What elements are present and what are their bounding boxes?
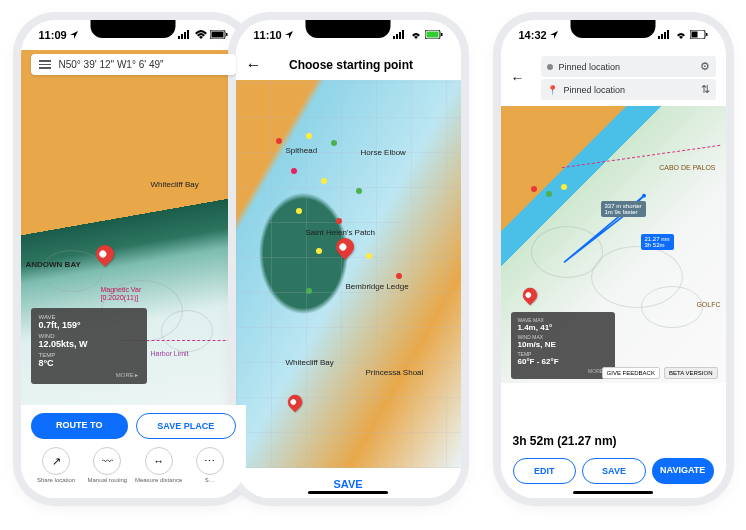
route-badge-alt: 337 m shorter 1m 9s faster [601, 201, 646, 217]
map-label-magnetic-val: [0.2020(11)] [101, 294, 139, 301]
svg-rect-9 [399, 32, 401, 39]
svg-point-21 [642, 194, 646, 198]
header: ← Choose starting point [236, 50, 461, 80]
wave-value: 0.7ft, 159° [39, 320, 139, 330]
end-location-field[interactable]: 📍 Pinned location ⇅ [541, 79, 716, 100]
map-label-golfc: GOLFC [696, 301, 720, 308]
svg-rect-6 [226, 33, 228, 36]
more-link[interactable]: MORE ▸ [518, 368, 608, 374]
save-button[interactable]: SAVE [582, 458, 646, 484]
svg-rect-8 [396, 34, 398, 39]
search-bar[interactable]: N50° 39' 12" W1° 6' 49" [31, 54, 236, 75]
edit-button[interactable]: EDIT [513, 458, 577, 484]
menu-icon[interactable] [39, 60, 51, 69]
screen: ← Choose starting point Spithead Horse E… [236, 50, 461, 498]
notch [91, 20, 176, 38]
save-place-button[interactable]: SAVE PLACE [136, 413, 236, 439]
map-label-cabo: CABO DE PALOS [659, 164, 715, 171]
map-label-andown: ANDOWN BAY [26, 260, 81, 269]
battery-icon [210, 29, 228, 41]
svg-rect-13 [441, 33, 443, 36]
share-location-tool[interactable]: ↗ Share location [32, 447, 80, 484]
svg-rect-7 [393, 36, 395, 39]
signal-icon [658, 29, 672, 41]
screen: Whitecliff Bay ANDOWN BAY Magnetic Var [… [21, 50, 246, 498]
svg-rect-10 [402, 30, 404, 39]
share-icon: ↗ [42, 447, 70, 475]
wind-value: 12.05kts, W [39, 339, 139, 349]
bottom-panel: ROUTE TO SAVE PLACE ↗ Share location 〰 M… [21, 405, 246, 498]
wifi-icon [675, 29, 687, 41]
start-location-field[interactable]: Pinned location ⚙ [541, 56, 716, 77]
svg-rect-3 [187, 30, 189, 39]
weather-panel[interactable]: WAVE MAX 1.4m, 41° WIND MAX 10m/s, NE TE… [511, 312, 615, 379]
nautical-chart[interactable]: CABO DE PALOS GOLFC 337 m shorter 1m 9s … [501, 106, 726, 383]
settings-icon[interactable]: ⚙ [700, 60, 710, 73]
screen: ← Pinned location ⚙ 📍 Pinned location ⇅ [501, 50, 726, 498]
location-arrow-icon [549, 30, 559, 40]
location-arrow-icon [69, 30, 79, 40]
svg-rect-20 [706, 33, 708, 36]
map-label-magnetic: Magnetic Var [101, 286, 142, 293]
pin-icon: 📍 [547, 85, 558, 95]
map-label-harbor: Harbor Limit [151, 350, 189, 357]
home-indicator [573, 491, 653, 494]
more-link[interactable]: MORE ▸ [39, 371, 139, 378]
measure-distance-tool[interactable]: ↔ Measure distance [135, 447, 183, 484]
weather-panel[interactable]: WAVE 0.7ft, 159° WIND 12.05kts, W TEMP 8… [31, 308, 147, 384]
bottom-panel: 3h 52m (21.27 nm) EDIT SAVE NAVIGATE [501, 424, 726, 498]
status-time: 11:09 [39, 29, 67, 41]
notch [571, 20, 656, 38]
map-label-princessa: Princessa Shoal [366, 368, 424, 377]
coordinates-field[interactable]: N50° 39' 12" W1° 6' 49" [59, 59, 228, 70]
signal-icon [393, 29, 407, 41]
extra-tool[interactable]: ⋯ S… [186, 447, 234, 484]
svg-rect-17 [667, 30, 669, 39]
temp-value: 8°C [39, 358, 139, 368]
swap-icon[interactable]: ⇅ [701, 83, 710, 96]
svg-rect-5 [211, 32, 223, 38]
route-icon: 〰 [93, 447, 121, 475]
svg-rect-15 [661, 34, 663, 39]
svg-rect-12 [426, 32, 438, 38]
temp-value: 60°F - 62°F [518, 357, 608, 366]
map-label-bembridge: Bembridge Ledge [346, 282, 409, 291]
svg-rect-14 [658, 36, 660, 39]
route-summary: 3h 52m (21.27 nm) [513, 434, 714, 448]
map-label-sthelen: Saint Helen's Patch [306, 228, 376, 237]
home-indicator [308, 491, 388, 494]
svg-rect-0 [178, 36, 180, 39]
svg-rect-1 [181, 34, 183, 39]
phone-1: 11:09 Whitecliff Bay ANDOWN BAY Magnetic… [21, 20, 246, 498]
extra-icon: ⋯ [196, 447, 224, 475]
back-button[interactable]: ← [511, 70, 525, 86]
wave-value: 1.4m, 41° [518, 323, 608, 332]
start-dot-icon [547, 64, 553, 70]
wind-value: 10m/s, NE [518, 340, 608, 349]
route-header: ← Pinned location ⚙ 📍 Pinned location ⇅ [501, 50, 726, 106]
route-to-button[interactable]: ROUTE TO [31, 413, 129, 439]
manual-routing-tool[interactable]: 〰 Manual routing [83, 447, 131, 484]
wifi-icon [410, 29, 422, 41]
destination-pin-icon[interactable] [519, 285, 539, 305]
map-label-horse: Horse Elbow [361, 148, 406, 157]
back-button[interactable]: ← [246, 56, 262, 74]
battery-icon [690, 29, 708, 41]
beta-badge: BETA VERSION [664, 367, 718, 379]
give-feedback-button[interactable]: GIVE FEEDBACK [602, 367, 660, 379]
status-time: 14:32 [519, 29, 547, 41]
phone-2: 11:10 ← Choose starting point Spithead H… [236, 20, 461, 498]
signal-icon [178, 29, 192, 41]
navigate-button[interactable]: NAVIGATE [652, 458, 714, 484]
nautical-chart[interactable]: Spithead Horse Elbow Saint Helen's Patch… [236, 78, 461, 468]
route-badge-main: 21.27 nm 3h 52m [641, 234, 674, 250]
map-label-whitecliff: Whitecliff Bay [286, 358, 334, 367]
map-label-spithead: Spithead [286, 146, 318, 155]
location-arrow-icon [284, 30, 294, 40]
svg-rect-16 [664, 32, 666, 39]
svg-rect-19 [691, 32, 697, 38]
status-time: 11:10 [254, 29, 282, 41]
map-label-whitecliff: Whitecliff Bay [151, 180, 199, 189]
svg-rect-2 [184, 32, 186, 39]
notch [306, 20, 391, 38]
